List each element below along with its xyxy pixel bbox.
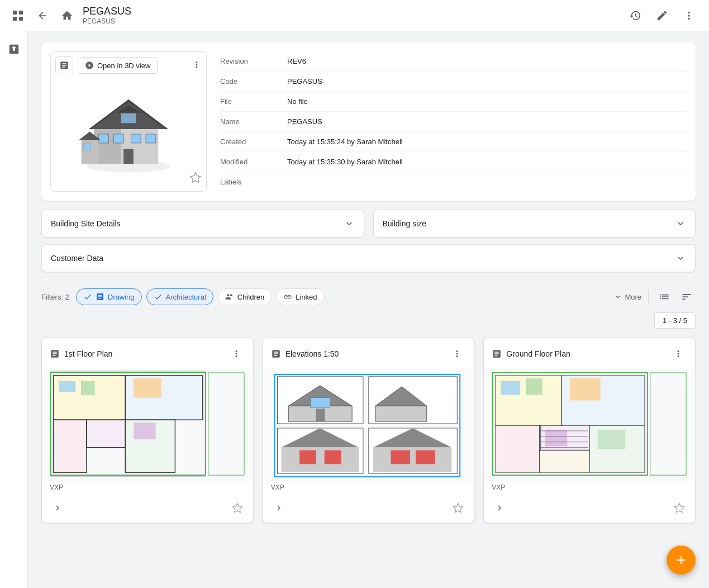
card-link-button-1[interactable] [271, 500, 287, 516]
history-button[interactable] [624, 4, 646, 27]
app-subtitle: PEGASUS [83, 17, 131, 25]
card-star-button-0[interactable] [230, 500, 245, 516]
open-3d-view-button[interactable]: Open in 3D view [78, 57, 158, 74]
linked-filter-label: Linked [296, 293, 317, 301]
architectural-filter-chip[interactable]: Architectural [146, 288, 213, 305]
sort-view-button[interactable] [678, 288, 696, 306]
edit-button[interactable] [651, 4, 673, 27]
more-filters-button[interactable]: More [613, 292, 641, 301]
preview-more-btn[interactable] [192, 60, 202, 72]
app-title-area: PEGASUS PEGASUS [83, 6, 131, 25]
drawing-filter-chip[interactable]: Drawing [76, 288, 142, 305]
svg-rect-32 [87, 420, 125, 447]
card-title-2: Ground Floor Plan [506, 349, 570, 358]
meta-file-value: No file [287, 97, 308, 106]
card-menu-button-1[interactable] [448, 345, 466, 363]
app-title: PEGASUS [83, 6, 131, 17]
svg-rect-75 [598, 430, 626, 449]
svg-rect-50 [316, 409, 324, 421]
meta-file-label: File [220, 97, 287, 106]
page-current: 1 - 3 [663, 316, 677, 325]
svg-rect-34 [59, 381, 75, 392]
svg-rect-52 [375, 406, 426, 421]
card-header-0: 1st Floor Plan [42, 338, 253, 369]
building-site-accordion[interactable]: Building Site Details [41, 210, 364, 238]
meta-created-value: Today at 15:35:24 by Sarah Mitchell [287, 137, 403, 146]
grid-menu-icon[interactable] [9, 7, 27, 25]
card-drawing-icon-1 [271, 349, 281, 359]
svg-rect-69 [540, 451, 589, 473]
svg-rect-9 [99, 134, 109, 143]
card-thumbnail-1[interactable] [263, 369, 474, 481]
svg-rect-49 [311, 398, 330, 408]
svg-rect-35 [81, 381, 95, 395]
card-bottom-1: VXP [263, 481, 474, 498]
sidebar [0, 31, 28, 588]
svg-rect-54 [281, 448, 359, 472]
meta-revision: Revision REV6 [220, 51, 687, 72]
svg-marker-61 [454, 504, 463, 513]
card-footer-2 [484, 498, 695, 523]
add-fab-button[interactable] [667, 546, 696, 575]
pagination: 1 - 3 / 5 [41, 312, 696, 329]
card-link-button-2[interactable] [492, 500, 507, 516]
card-title-1: Elevations 1:50 [285, 349, 339, 358]
meta-revision-label: Revision [220, 57, 287, 65]
svg-rect-16 [121, 113, 136, 124]
page-separator: / [679, 316, 683, 325]
svg-rect-60 [416, 451, 435, 464]
svg-rect-56 [324, 451, 341, 464]
meta-modified: Modified Today at 15:35:30 by Sarah Mitc… [220, 152, 687, 172]
svg-rect-58 [373, 448, 451, 472]
card-star-button-2[interactable] [672, 500, 687, 516]
card-thumbnail-0[interactable] [42, 369, 253, 481]
svg-marker-20 [191, 173, 201, 182]
drawing-card-0: 1st Floor Plan [41, 338, 254, 523]
svg-rect-36 [134, 378, 161, 398]
preview-view-button[interactable] [55, 56, 73, 74]
svg-rect-0 [13, 11, 17, 15]
layout: Open in 3D view [0, 31, 709, 588]
cards-grid: 1st Floor Plan [41, 338, 696, 523]
meta-name-label: Name [220, 117, 287, 126]
card-thumbnail-2[interactable] [484, 369, 695, 481]
preview-card: Open in 3D view [50, 51, 207, 192]
card-menu-button-2[interactable] [669, 345, 687, 363]
back-button[interactable] [34, 7, 51, 25]
meta-revision-value: REV6 [287, 57, 306, 65]
more-options-button[interactable] [678, 4, 700, 27]
svg-rect-3 [19, 17, 23, 21]
children-filter-chip[interactable]: Children [218, 288, 272, 305]
card-menu-button-0[interactable] [227, 345, 245, 363]
page-total: 5 [683, 316, 687, 325]
svg-rect-74 [545, 430, 568, 447]
meta-created-label: Created [220, 137, 287, 146]
svg-rect-2 [13, 17, 17, 21]
svg-rect-73 [570, 378, 601, 401]
svg-rect-17 [82, 139, 99, 164]
card-drawing-icon-2 [492, 349, 502, 359]
building-size-accordion[interactable]: Building size [373, 210, 696, 238]
preview-star-button[interactable] [189, 172, 202, 187]
card-star-button-1[interactable] [450, 500, 466, 516]
children-filter-label: Children [237, 293, 264, 301]
card-title-0: 1st Floor Plan [64, 349, 112, 358]
meta-labels: Labels [220, 172, 687, 192]
page-info: 1 - 3 / 5 [654, 312, 696, 329]
architectural-filter-label: Architectural [166, 293, 206, 301]
meta-created: Created Today at 15:35:24 by Sarah Mitch… [220, 132, 687, 152]
card-header-1: Elevations 1:50 [263, 338, 474, 369]
customer-data-accordion[interactable]: Customer Data [41, 244, 696, 272]
svg-rect-67 [496, 425, 540, 472]
building-size-label: Building size [383, 219, 427, 228]
list-view-button[interactable] [655, 288, 673, 306]
card-bottom-0: VXP [42, 481, 253, 498]
card-header-2: Ground Floor Plan [484, 338, 695, 369]
linked-filter-chip[interactable]: Linked [276, 288, 324, 305]
more-filters-label: More [625, 293, 641, 301]
card-link-button-0[interactable] [50, 500, 65, 516]
card-drawing-icon-0 [50, 349, 60, 359]
content-header: Open in 3D view [41, 42, 696, 201]
sidebar-home-icon[interactable] [3, 38, 25, 60]
meta-name-value: PEGASUS [287, 117, 322, 126]
